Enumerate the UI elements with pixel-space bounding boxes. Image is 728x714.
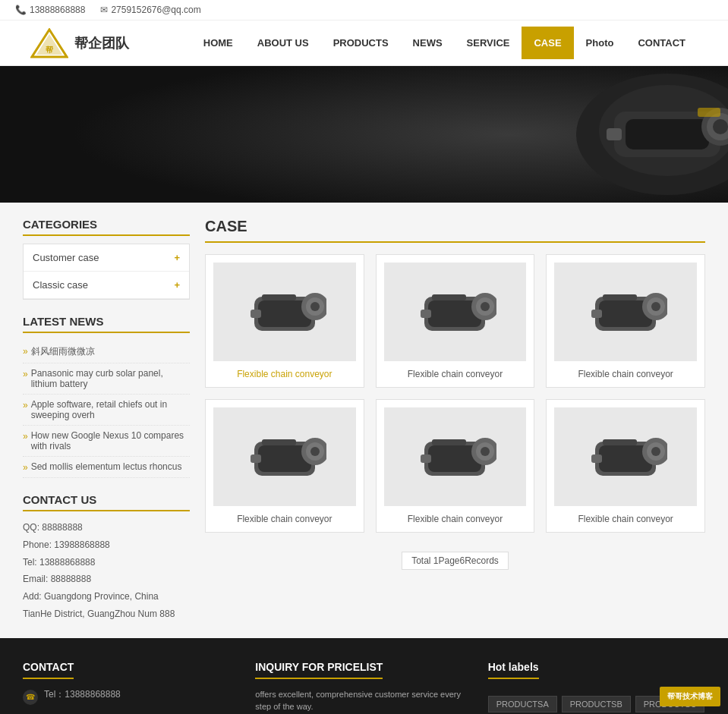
product-img-6	[554, 407, 697, 506]
nav-photo[interactable]: Photo	[574, 27, 626, 59]
product-title-1: Flexible chain conveyor	[213, 369, 356, 379]
contact-phone: Phone: 13988868888	[23, 536, 190, 554]
footer-inquiry: INQUIRY FOR PRICELIST offers excellent, …	[255, 661, 472, 714]
product-svg-6	[584, 423, 667, 491]
news-link-4[interactable]: How new Google Nexus 10 compares with ri…	[31, 430, 190, 451]
footer-contact-tel: ☎ Tel：13888868888	[23, 688, 240, 705]
list-item: Apple software, retail chiefs out in swe…	[23, 395, 190, 426]
inquiry-desc: offers excellent, comprehensive customer…	[255, 688, 472, 713]
expand-customer-icon: +	[174, 252, 180, 263]
news-link-5[interactable]: Sed mollis elementum lectus rhoncus	[31, 461, 182, 472]
hot-labels-title: Hot labels	[488, 661, 539, 679]
topbar: 📞 13888868888 ✉ 2759152676@qq.com	[0, 0, 728, 20]
sidebar-cat-classic[interactable]: Classic case +	[24, 272, 189, 299]
svg-point-10	[713, 119, 728, 134]
contact-email: Email: 88888888	[23, 571, 190, 588]
products-grid: Flexible chain conveyor Flexible chain c	[205, 254, 705, 533]
sidebar-cat-customer[interactable]: Customer case +	[24, 244, 189, 272]
phone-icon: 📞	[15, 5, 27, 15]
svg-point-38	[310, 447, 320, 456]
list-item: Sed mollis elementum lectus rhoncus	[23, 457, 190, 478]
product-title-2: Flexible chain conveyor	[384, 369, 527, 379]
svg-rect-53	[591, 455, 602, 463]
nav-news[interactable]: NEWS	[401, 27, 455, 59]
product-card-5[interactable]: Flexible chain conveyor	[376, 399, 535, 533]
sidebar: CATEGORIES Customer case + Classic case …	[23, 218, 190, 623]
svg-rect-12	[698, 108, 720, 117]
product-title-5: Flexible chain conveyor	[384, 514, 527, 524]
nav-home[interactable]: HOME	[191, 27, 245, 59]
svg-point-17	[310, 302, 320, 311]
categories-list: Customer case + Classic case +	[23, 244, 190, 300]
list-item: How new Google Nexus 10 compares with ri…	[23, 426, 190, 457]
product-title-3: Flexible chain conveyor	[554, 369, 697, 379]
latest-news-title: LATEST NEWS	[23, 315, 190, 333]
footer-tel-text: Tel：13888868888	[44, 688, 121, 701]
svg-rect-26	[432, 294, 466, 300]
logo-icon: 帮	[30, 28, 68, 58]
list-item: Panasonic may curb solar panel, lithium …	[23, 363, 190, 395]
product-img-3	[554, 263, 697, 361]
nav-about[interactable]: ABOUT US	[245, 27, 321, 59]
product-title-4: Flexible chain conveyor	[213, 514, 356, 524]
svg-text:帮: 帮	[46, 46, 53, 54]
hero-banner	[0, 66, 728, 203]
main-nav: HOME ABOUT US PRODUCTS NEWS SERVICE CASE…	[191, 27, 698, 59]
product-svg-2	[413, 278, 496, 346]
news-link-2[interactable]: Panasonic may curb solar panel, lithium …	[31, 368, 190, 389]
topbar-phone: 📞 13888868888	[15, 5, 85, 15]
product-card-3[interactable]: Flexible chain conveyor	[546, 254, 705, 388]
main-content: CATEGORIES Customer case + Classic case …	[0, 203, 728, 638]
product-svg-1	[243, 278, 326, 346]
product-card-6[interactable]: Flexible chain conveyor	[546, 399, 705, 533]
svg-rect-40	[262, 439, 296, 445]
svg-rect-18	[251, 310, 261, 318]
email-icon: ✉	[100, 5, 108, 15]
svg-rect-11	[607, 128, 622, 140]
nav-contact[interactable]: CONTACT	[626, 27, 698, 59]
case-main: CASE Flexible chain conveyor	[205, 218, 705, 623]
product-img-5	[384, 407, 527, 506]
cat-label-classic: Classic case	[33, 279, 88, 291]
contact-us-title: CONTACT US	[23, 493, 190, 511]
logo-text: 帮企团队	[74, 34, 129, 52]
product-img-2	[384, 263, 527, 361]
nav-products[interactable]: PRODUCTS	[321, 27, 401, 59]
product-title-6: Flexible chain conveyor	[554, 514, 697, 524]
product-svg-3	[584, 278, 667, 346]
hero-product-image	[515, 66, 728, 203]
case-title: CASE	[205, 218, 705, 243]
product-img-4	[213, 407, 356, 506]
footer-contact: CONTACT ☎ Tel：13888868888 💬 手机：139888688…	[23, 661, 240, 714]
news-link-3[interactable]: Apple software, retail chiefs out in swe…	[31, 399, 190, 420]
svg-point-31	[651, 302, 660, 311]
nav-service[interactable]: SERVICE	[455, 27, 522, 59]
powered-logo-badge: 帮哥技术博客	[660, 687, 720, 706]
expand-classic-icon: +	[174, 279, 180, 291]
product-card-1[interactable]: Flexible chain conveyor	[205, 254, 364, 388]
topbar-email: ✉ 2759152676@qq.com	[100, 5, 200, 15]
svg-rect-25	[421, 310, 431, 318]
product-svg-4	[243, 423, 326, 491]
product-card-2[interactable]: Flexible chain conveyor	[376, 254, 535, 388]
categories-title: CATEGORIES	[23, 218, 190, 236]
contact-qq: QQ: 88888888	[23, 519, 190, 536]
label-productsb[interactable]: PRODUCTSB	[562, 696, 631, 712]
svg-point-24	[481, 302, 490, 311]
svg-rect-19	[262, 294, 296, 300]
product-card-4[interactable]: Flexible chain conveyor	[205, 399, 364, 533]
label-productsa[interactable]: PRODUCTSA	[488, 696, 557, 712]
logo: 帮 帮企团队	[30, 28, 129, 58]
svg-rect-7	[626, 119, 709, 149]
pagination-info: Total 1Page6Records	[402, 552, 509, 570]
svg-rect-54	[603, 439, 637, 445]
news-list: 斜风细雨微微凉 Panasonic may curb solar panel, …	[23, 341, 190, 478]
news-link-1[interactable]: 斜风细雨微微凉	[31, 345, 95, 358]
svg-point-52	[651, 447, 660, 456]
nav-case[interactable]: CASE	[522, 27, 573, 59]
contact-address: Add: Guangdong Province, China TianHe Di…	[23, 588, 190, 623]
cat-label-customer: Customer case	[33, 252, 99, 263]
contact-tel: Tel: 13888868888	[23, 554, 190, 571]
list-item: 斜风细雨微微凉	[23, 341, 190, 363]
svg-rect-46	[421, 455, 431, 463]
